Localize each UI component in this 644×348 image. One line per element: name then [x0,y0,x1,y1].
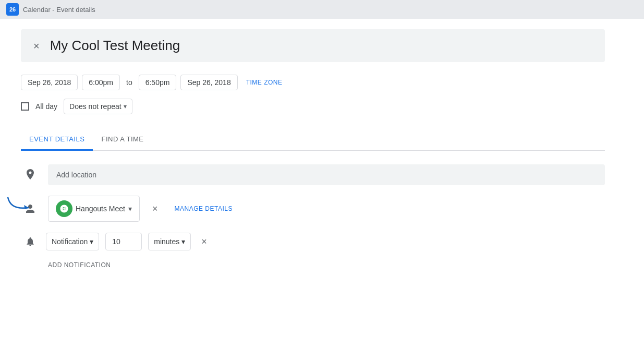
person-icon [21,199,40,218]
repeat-dropdown[interactable]: Does not repeat ▾ [64,99,132,114]
add-notification-row: ADD NOTIFICATION [21,256,605,274]
notification-type-select[interactable]: Notification ▾ [46,233,99,250]
event-header: × My Cool Test Meeting [21,29,605,62]
hangouts-meet-icon [56,200,72,217]
add-notification-button[interactable]: ADD NOTIFICATION [21,256,111,274]
notification-row: Notification ▾ 10 minutes ▾ × [21,227,605,256]
hangouts-meet-label: Hangouts Meet [76,205,125,213]
notification-type-chevron-icon: ▾ [90,237,93,246]
tab-bar: 26 Calendar - Event details [0,0,644,19]
start-date-chip[interactable]: Sep 26, 2018 [21,75,78,90]
tab-title: Calendar - Event details [23,6,95,14]
start-time-chip[interactable]: 6:00pm [82,75,120,90]
notification-unit-select[interactable]: minutes ▾ [148,233,191,250]
datetime-row: Sep 26, 2018 6:00pm to 6:50pm Sep 26, 20… [21,75,605,90]
end-date-chip[interactable]: Sep 26, 2018 [180,75,237,90]
calendar-icon: 26 [6,3,19,16]
location-row: Add location [21,159,605,190]
timezone-button[interactable]: TIME ZONE [242,76,287,89]
location-icon [21,165,40,184]
meet-chevron-icon: ▾ [128,205,132,213]
notification-unit-label: minutes [154,237,179,246]
to-label: to [124,78,135,87]
bell-icon [21,232,40,251]
tab-find-a-time[interactable]: FIND A TIME [93,129,152,151]
meet-row: Hangouts Meet ▾ × MANAGE DETAILS [21,190,605,227]
end-time-chip[interactable]: 6:50pm [139,75,177,90]
repeat-label: Does not repeat [69,102,121,111]
event-title: My Cool Test Meeting [50,38,180,54]
notification-unit-chevron-icon: ▾ [181,237,185,246]
remove-notification-button[interactable]: × [197,234,211,249]
tabs-row: EVENT DETAILS FIND A TIME [21,129,605,151]
close-button[interactable]: × [31,39,42,53]
notification-value[interactable]: 10 [105,233,142,250]
allday-repeat-row: All day Does not repeat ▾ [21,99,605,114]
notification-type-label: Notification [52,237,88,246]
allday-label: All day [35,102,57,111]
content-area: Add location [21,151,605,282]
remove-meet-button[interactable]: × [148,201,162,217]
location-input[interactable]: Add location [48,164,605,185]
manage-details-button[interactable]: MANAGE DETAILS [170,202,236,215]
main-content: × My Cool Test Meeting Sep 26, 2018 6:00… [0,19,626,293]
hangouts-meet-button[interactable]: Hangouts Meet ▾ [48,196,140,222]
tab-event-details[interactable]: EVENT DETAILS [21,129,93,151]
allday-checkbox[interactable] [21,102,29,111]
repeat-chevron-icon: ▾ [124,103,127,110]
